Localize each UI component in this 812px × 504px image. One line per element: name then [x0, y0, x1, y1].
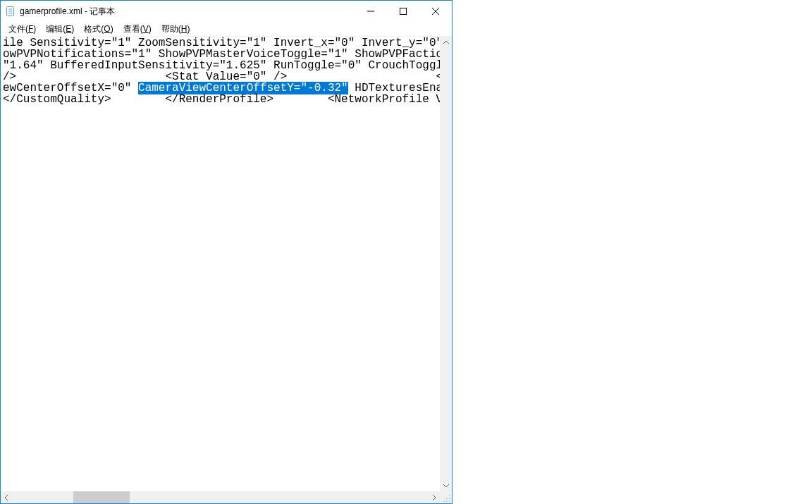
hscroll-thumb[interactable] [73, 491, 130, 503]
svg-point-12 [446, 500, 448, 502]
vertical-scrollbar[interactable] [440, 37, 452, 491]
notepad-window: gamerprofile.xml - 记事本 文件(F) 编辑(E) 格式(O)… [0, 0, 453, 504]
svg-point-9 [446, 498, 448, 499]
menu-file[interactable]: 文件(F) [4, 22, 41, 37]
menu-edit[interactable]: 编辑(E) [41, 22, 79, 37]
svg-point-10 [449, 498, 450, 499]
window-controls [355, 1, 452, 22]
scroll-right-arrow-icon[interactable] [428, 491, 440, 503]
menu-help[interactable]: 帮助(H) [156, 22, 195, 37]
maximize-button[interactable] [387, 1, 419, 22]
scroll-down-arrow-icon[interactable] [440, 479, 452, 491]
minimize-button[interactable] [355, 1, 387, 22]
scroll-left-arrow-icon[interactable] [1, 491, 13, 503]
text-content[interactable]: ile Sensitivity="1" ZoomSensitivity="1" … [1, 37, 440, 491]
menu-format[interactable]: 格式(O) [79, 22, 118, 37]
titlebar[interactable]: gamerprofile.xml - 记事本 [1, 1, 452, 22]
scroll-up-arrow-icon[interactable] [440, 37, 452, 49]
hscroll-track[interactable] [13, 491, 428, 503]
svg-point-11 [443, 500, 445, 502]
horizontal-scrollbar[interactable] [1, 491, 440, 503]
text-line: </CustomQuality> </RenderProfile> <Netwo… [3, 93, 440, 106]
editor-area: ile Sensitivity="1" ZoomSensitivity="1" … [1, 37, 452, 503]
window-title: gamerprofile.xml - 记事本 [20, 6, 115, 18]
notepad-icon [5, 6, 16, 17]
svg-point-8 [449, 495, 450, 496]
svg-point-13 [449, 500, 450, 502]
resize-grip[interactable] [440, 491, 452, 503]
menu-view[interactable]: 查看(V) [118, 22, 156, 37]
svg-rect-5 [400, 8, 407, 15]
close-button[interactable] [419, 1, 452, 22]
menubar: 文件(F) 编辑(E) 格式(O) 查看(V) 帮助(H) [1, 22, 452, 37]
